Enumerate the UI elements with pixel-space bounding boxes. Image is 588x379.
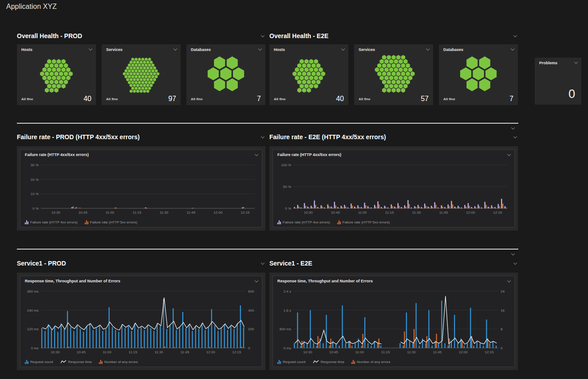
chevron-down-icon[interactable] bbox=[260, 261, 265, 266]
legend-item[interactable]: Response time bbox=[313, 360, 344, 364]
header-failure-prod: Failure rate - PROD (HTTP 4xx/5xx errors… bbox=[17, 133, 265, 141]
header-service-prod-label: Service1 - PROD bbox=[17, 260, 66, 267]
svg-text:11:15: 11:15 bbox=[129, 350, 138, 354]
tile-e2e-services[interactable]: Services All fine 57 bbox=[354, 44, 433, 105]
legend-item[interactable]: Number of any errors bbox=[99, 360, 138, 364]
chevron-down-icon[interactable] bbox=[173, 47, 178, 52]
tile-failure-prod[interactable]: Failure rate (HTTP 4xx/5xx errors) 0 %10… bbox=[17, 146, 265, 231]
tile-prod-services[interactable]: Services All fine 97 bbox=[102, 44, 181, 105]
legend-label: Failure rate (HTTP 5xx errors) bbox=[343, 220, 390, 224]
header-failure-e2e: Failure rate - E2E (HTTP 4xx/5xx errors) bbox=[269, 133, 518, 141]
tile-prod-databases[interactable]: Databases All fine 7 bbox=[186, 44, 265, 105]
tile-problems[interactable]: Problems 0 bbox=[535, 58, 581, 105]
divider bbox=[17, 249, 518, 250]
legend-item[interactable]: Failure rate (HTTP 4xx errors) bbox=[25, 220, 78, 224]
svg-text:10:30: 10:30 bbox=[303, 350, 312, 354]
hex-cluster bbox=[192, 54, 260, 94]
svg-text:11:45: 11:45 bbox=[187, 211, 196, 215]
svg-text:2.4 s: 2.4 s bbox=[284, 289, 291, 293]
bar-series-icon bbox=[337, 220, 341, 224]
tile-e2e-databases[interactable]: Databases All fine 7 bbox=[439, 44, 518, 105]
bar-series-icon bbox=[25, 220, 28, 224]
chevron-down-icon[interactable] bbox=[254, 152, 259, 157]
hex-cluster-container bbox=[192, 54, 260, 94]
svg-text:11:15: 11:15 bbox=[381, 350, 390, 354]
chevron-down-icon[interactable] bbox=[260, 134, 265, 140]
status-label: All fine bbox=[106, 97, 118, 101]
hex-cluster-container bbox=[22, 54, 91, 94]
tile-e2e-hosts[interactable]: Hosts All fine 40 bbox=[269, 44, 348, 105]
chevron-down-icon[interactable] bbox=[510, 251, 516, 257]
chart-failure-prod: 0 %10 %20 %30 %10:3010:4511:0011:1511:30… bbox=[22, 160, 260, 215]
chevron-down-icon[interactable] bbox=[506, 152, 512, 157]
chart-inner-tile: Failure rate (HTTP 4xx/5xx errors) 0 %10… bbox=[20, 149, 262, 227]
chart-legend: Failure rate (HTTP 4xx errors)Failure ra… bbox=[25, 220, 137, 224]
service-prod-chart[interactable]: 0 ms0120 ms200240 ms400360 ms60010:3010:… bbox=[22, 287, 260, 355]
tile-title: Hosts bbox=[274, 47, 285, 52]
chevron-down-icon[interactable] bbox=[254, 278, 259, 284]
problems-count: 0 bbox=[568, 87, 575, 101]
chart-title: Response time, Throughput and Number of … bbox=[25, 279, 120, 283]
hex-cluster bbox=[22, 54, 91, 94]
tile-title: Problems bbox=[539, 61, 557, 65]
chevron-down-icon[interactable] bbox=[510, 125, 516, 131]
chevron-down-icon[interactable] bbox=[506, 278, 512, 284]
tile-title: Hosts bbox=[21, 47, 32, 52]
legend-item[interactable]: Failure rate (HTTP 4xx errors) bbox=[277, 220, 330, 224]
legend-item[interactable]: Failure rate (HTTP 5xx errors) bbox=[337, 220, 390, 224]
svg-text:11:45: 11:45 bbox=[181, 350, 189, 354]
tile-service-e2e[interactable]: Response time, Throughput and Number of … bbox=[269, 273, 518, 370]
health-tiles-e2e: Hosts All fine 40 Services All fine 57 D… bbox=[269, 44, 518, 105]
hex-cluster-container bbox=[275, 54, 343, 94]
bar-series-icon bbox=[85, 220, 88, 224]
svg-text:12:15: 12:15 bbox=[485, 350, 494, 354]
svg-text:200: 200 bbox=[248, 327, 254, 331]
header-failure-prod-label: Failure rate - PROD (HTTP 4xx/5xx errors… bbox=[17, 133, 140, 141]
chevron-down-icon[interactable] bbox=[513, 33, 518, 39]
chevron-down-icon[interactable] bbox=[573, 60, 579, 65]
chevron-down-icon[interactable] bbox=[510, 47, 515, 52]
chevron-down-icon[interactable] bbox=[257, 47, 263, 52]
legend-item[interactable]: Request count bbox=[277, 360, 306, 364]
hex-cluster bbox=[359, 54, 428, 94]
svg-text:10:30: 10:30 bbox=[51, 350, 60, 354]
entity-count: 97 bbox=[168, 95, 176, 103]
legend-item[interactable]: Failure rate (HTTP 5xx errors) bbox=[85, 220, 138, 224]
legend-label: Response time bbox=[68, 360, 92, 364]
tile-title: Services bbox=[359, 47, 375, 52]
chevron-down-icon[interactable] bbox=[260, 33, 265, 39]
header-health-e2e-label: Overall Health - E2E bbox=[269, 32, 328, 39]
failure-e2e-chart[interactable]: 0 %50 %100 %10:3010:4511:0011:1511:3011:… bbox=[275, 160, 513, 215]
svg-text:12:00: 12:00 bbox=[213, 211, 223, 215]
chevron-down-icon[interactable] bbox=[425, 47, 430, 52]
chevron-down-icon[interactable] bbox=[513, 134, 518, 140]
service-e2e-chart[interactable]: 0 ms0800 ms81.6 s162.4 s2410:3010:4511:0… bbox=[275, 287, 513, 355]
chevron-down-icon[interactable] bbox=[88, 47, 93, 52]
entity-count: 7 bbox=[509, 95, 513, 103]
legend-item[interactable]: Number of any errors bbox=[351, 360, 391, 364]
svg-text:50 %: 50 % bbox=[283, 185, 291, 189]
tile-failure-e2e[interactable]: Failure rate (HTTP 4xx/5xx errors) 0 %50… bbox=[269, 146, 518, 231]
svg-text:12:15: 12:15 bbox=[493, 211, 502, 215]
svg-text:11:30: 11:30 bbox=[407, 350, 416, 354]
svg-text:11:15: 11:15 bbox=[385, 211, 394, 215]
tile-prod-hosts[interactable]: Hosts All fine 40 bbox=[17, 44, 96, 105]
legend-item[interactable]: Request count bbox=[25, 360, 53, 364]
svg-text:12:00: 12:00 bbox=[459, 350, 468, 354]
svg-text:11:00: 11:00 bbox=[106, 211, 114, 215]
svg-text:800 ms: 800 ms bbox=[280, 327, 291, 331]
chart-service-prod: 0 ms0120 ms200240 ms400360 ms60010:3010:… bbox=[22, 287, 260, 355]
svg-text:10:45: 10:45 bbox=[79, 211, 88, 215]
chevron-down-icon[interactable] bbox=[513, 261, 518, 266]
legend-item[interactable]: Response time bbox=[60, 360, 92, 364]
tile-service-prod[interactable]: Response time, Throughput and Number of … bbox=[17, 273, 265, 370]
svg-text:10:45: 10:45 bbox=[331, 211, 340, 215]
status-label: All fine bbox=[21, 97, 33, 101]
legend-label: Number of any errors bbox=[357, 360, 391, 364]
svg-text:11:00: 11:00 bbox=[103, 350, 111, 354]
hex-cluster-container bbox=[107, 54, 175, 94]
status-label: All fine bbox=[191, 97, 203, 101]
failure-prod-chart[interactable]: 0 %10 %20 %30 %10:3010:4511:0011:1511:30… bbox=[22, 160, 260, 215]
svg-text:10:45: 10:45 bbox=[329, 350, 339, 354]
chevron-down-icon[interactable] bbox=[340, 47, 346, 52]
